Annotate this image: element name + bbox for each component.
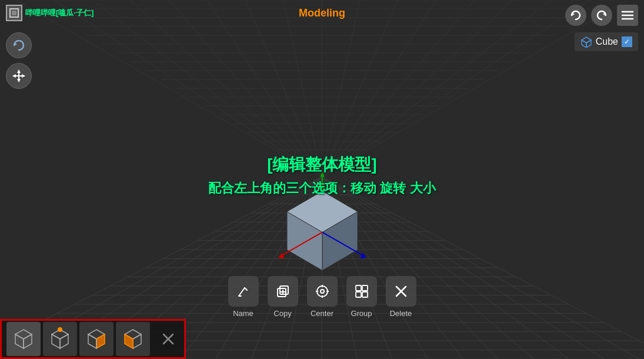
name-button[interactable]: Name (228, 276, 259, 318)
right-panel: Cube ✓ (575, 32, 638, 51)
center-line1: [编辑整体模型] (208, 154, 435, 176)
close-button[interactable] (157, 328, 179, 350)
svg-marker-54 (88, 334, 96, 348)
svg-marker-8 (278, 253, 284, 259)
redo-button[interactable] (591, 5, 612, 26)
top-right-controls (565, 5, 638, 26)
move-gizmo-button[interactable] (6, 63, 32, 89)
thumbnail-1[interactable] (6, 322, 41, 356)
center-text-overlay: [编辑整体模型] 配合左上角的三个选项：移动 旋转 大小 (208, 154, 435, 197)
top-bar: Modeling (0, 0, 644, 26)
svg-rect-41 (356, 292, 361, 297)
svg-marker-25 (22, 74, 25, 78)
center-button[interactable]: Center (307, 276, 338, 318)
svg-point-33 (317, 286, 328, 297)
svg-marker-17 (586, 40, 591, 48)
copy-icon (268, 276, 298, 307)
svg-marker-18 (582, 40, 586, 48)
center-icon (307, 276, 338, 307)
svg-marker-49 (60, 334, 68, 348)
cube-icon (580, 36, 592, 48)
svg-marker-53 (96, 334, 105, 348)
thumbnail-2[interactable] (43, 322, 77, 356)
copy-button[interactable]: Copy (268, 276, 298, 318)
svg-marker-7 (361, 253, 366, 259)
svg-marker-46 (24, 334, 32, 348)
svg-point-51 (58, 327, 62, 332)
svg-marker-50 (52, 334, 60, 348)
svg-rect-30 (280, 286, 288, 294)
cube-label: Cube (596, 36, 618, 47)
delete-label: Delete (390, 309, 412, 318)
svg-marker-45 (15, 330, 32, 339)
group-button[interactable]: Group (346, 276, 377, 318)
svg-marker-24 (12, 74, 16, 78)
thumbnail-strip (0, 319, 186, 359)
undo-button[interactable] (565, 5, 586, 26)
svg-marker-47 (15, 334, 24, 348)
center-line2: 配合左上角的三个选项：移动 旋转 大小 (208, 180, 435, 197)
left-gizmo (6, 32, 32, 89)
cube-item[interactable]: Cube ✓ (575, 32, 638, 51)
svg-marker-56 (133, 334, 141, 348)
svg-point-34 (321, 290, 324, 293)
thumbnail-4[interactable] (116, 322, 150, 356)
delete-icon (386, 276, 416, 307)
center-label: Center (311, 309, 333, 318)
cube-checkbox[interactable]: ✓ (622, 36, 632, 47)
svg-marker-22 (17, 69, 21, 73)
rotate-gizmo-button[interactable] (6, 32, 32, 58)
svg-marker-16 (582, 37, 591, 43)
svg-rect-39 (356, 285, 361, 291)
copy-label: Copy (273, 309, 291, 318)
group-icon (346, 276, 377, 307)
menu-button[interactable] (617, 5, 638, 26)
svg-line-26 (239, 288, 245, 296)
name-label: Name (233, 309, 253, 318)
svg-rect-40 (362, 285, 368, 291)
name-icon (228, 276, 259, 307)
svg-rect-42 (362, 292, 368, 297)
delete-button[interactable]: Delete (386, 276, 416, 318)
svg-marker-57 (125, 334, 133, 348)
svg-marker-23 (17, 79, 21, 82)
svg-line-27 (245, 288, 247, 290)
bottom-toolbar: Name Copy Center (228, 276, 416, 318)
group-label: Group (351, 309, 372, 318)
top-title: Modeling (299, 7, 345, 19)
thumbnail-3[interactable] (79, 322, 114, 356)
